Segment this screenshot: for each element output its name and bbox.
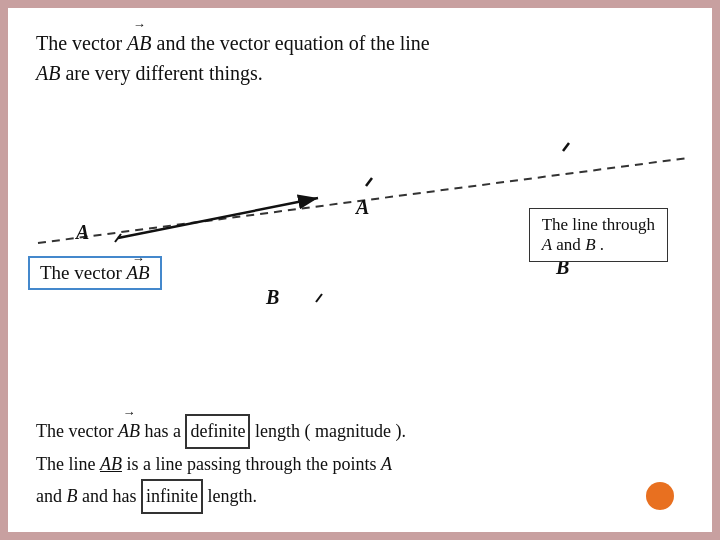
vector-label-prefix: The vector: [40, 262, 127, 283]
line-through-line2: A and B .: [542, 235, 655, 255]
line-through-period: .: [600, 235, 604, 254]
bl2-pre: The line: [36, 454, 100, 474]
bottom-text: The vector → AB has a definite length ( …: [36, 414, 406, 514]
line1-pre: The vector: [36, 32, 127, 54]
bl3-post: length.: [203, 486, 257, 506]
bl1-vector: → AB: [118, 416, 140, 447]
bl1-ab: AB: [118, 421, 140, 441]
line-through-A: A: [542, 235, 552, 254]
diagram-area: A A B B The line through A and B . The v…: [8, 98, 720, 328]
bl3-B: B: [67, 486, 78, 506]
infinite-highlight: infinite: [141, 479, 203, 514]
line-through-and: and: [556, 235, 585, 254]
label-a1: A: [76, 221, 89, 244]
tick-b1: [316, 294, 322, 302]
label-b1: B: [266, 286, 279, 309]
orange-dot: [646, 482, 674, 510]
bottom-line2: The line AB is a line passing through th…: [36, 449, 406, 480]
label-a2: A: [356, 196, 369, 219]
bl3-pre: and: [36, 486, 67, 506]
bottom-line3: and B and has infinite length.: [36, 479, 406, 514]
tick-b2: [563, 143, 569, 151]
tick-a2: [366, 178, 372, 186]
line1-cont: and the vector equation of the line: [152, 32, 430, 54]
ab-italic: AB: [36, 62, 60, 84]
bl2-ab: AB: [100, 454, 122, 474]
bl1-pre: The vector: [36, 421, 118, 441]
definite-highlight: definite: [185, 414, 250, 449]
vector-label-ab: → AB: [127, 262, 150, 284]
ab-vector-label: AB: [127, 32, 151, 54]
line-through-B: B: [585, 235, 595, 254]
bl2-A: A: [381, 454, 392, 474]
line2-cont: are very different things.: [65, 62, 262, 84]
top-text: The vector → AB and the vector equation …: [36, 28, 684, 88]
bottom-line1: The vector → AB has a definite length ( …: [36, 414, 406, 449]
vector-line: [118, 198, 318, 238]
bl2-mid: is a line passing through the points: [122, 454, 381, 474]
ab-vector-top: → AB: [127, 28, 151, 58]
page: The vector → AB and the vector equation …: [0, 0, 720, 540]
line-through-line1: The line through: [542, 215, 655, 235]
bl1-mid: has a: [140, 421, 185, 441]
bl3-mid: and has: [78, 486, 141, 506]
vector-ab-label-box: The vector → AB: [28, 256, 162, 290]
bl1-post: length ( magnitude ).: [250, 421, 405, 441]
line-through-box: The line through A and B .: [529, 208, 668, 262]
